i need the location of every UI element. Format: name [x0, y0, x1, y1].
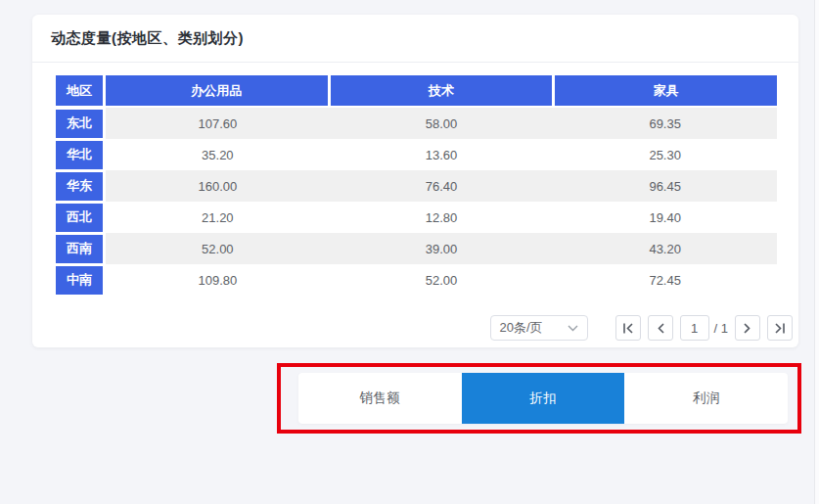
table-row: 华东 160.00 76.40 96.45 [56, 170, 777, 202]
table-cell: 21.20 [106, 202, 330, 233]
region-label: 华东 [56, 172, 103, 201]
first-page-button[interactable] [615, 315, 641, 341]
measure-table-card: 动态度量(按地区、类别划分) 地区 办公用品 技术 家具 东北 107.60 5… [32, 15, 798, 347]
table-row: 西南 52.00 39.00 43.20 [56, 233, 777, 264]
last-page-icon [774, 323, 786, 334]
region-label: 西北 [56, 204, 103, 232]
last-page-button[interactable] [767, 315, 793, 341]
first-page-icon [622, 323, 634, 334]
region-label: 中南 [56, 266, 103, 295]
tab-profit[interactable]: 利润 [624, 373, 788, 424]
table-cell: 12.80 [330, 202, 554, 233]
table-cell: 58.00 [330, 108, 554, 139]
tab-sales[interactable]: 销售额 [298, 373, 462, 424]
page-title: 动态度量(按地区、类别划分) [51, 29, 244, 48]
table-cell: 76.40 [330, 170, 554, 202]
region-label: 西南 [56, 235, 103, 263]
region-label: 东北 [56, 110, 103, 138]
table-cell: 43.20 [553, 233, 777, 264]
pagination: 20条/页 / 1 [490, 315, 793, 341]
chevron-down-icon [568, 325, 578, 332]
table-cell: 109.80 [106, 264, 330, 296]
chevron-left-icon [657, 323, 664, 334]
column-header-furniture: 家具 [555, 75, 777, 106]
table-cell: 96.45 [553, 170, 777, 202]
table-cell: 160.00 [106, 170, 330, 202]
table-cell: 25.30 [553, 139, 777, 170]
measure-table: 地区 办公用品 技术 家具 东北 107.60 58.00 69.35 华北 3… [56, 75, 777, 296]
table-cell: 39.00 [330, 233, 554, 264]
table-row: 中南 109.80 52.00 72.45 [56, 264, 777, 296]
column-header-office-supplies: 办公用品 [106, 75, 328, 106]
scrollbar-track[interactable] [814, 0, 819, 504]
next-page-button[interactable] [735, 315, 760, 341]
table-cell: 19.40 [553, 202, 777, 233]
table-cell: 52.00 [106, 233, 330, 264]
table-header-row: 地区 办公用品 技术 家具 [56, 75, 777, 106]
page-number-input[interactable] [680, 315, 709, 341]
table-row: 华北 35.20 13.60 25.30 [56, 139, 777, 170]
table-cell: 69.35 [553, 108, 777, 139]
prev-page-button[interactable] [648, 315, 673, 341]
table-cell: 13.60 [330, 139, 554, 170]
table-row: 东北 107.60 58.00 69.35 [56, 108, 777, 139]
region-label: 华北 [56, 141, 103, 169]
table-cell: 52.00 [330, 264, 554, 296]
column-header-technology: 技术 [331, 75, 553, 106]
chevron-right-icon [744, 323, 751, 334]
page-total-label: / 1 [714, 321, 728, 336]
table-cell: 72.45 [553, 264, 777, 296]
tab-discount[interactable]: 折扣 [462, 373, 625, 424]
table-cell: 35.20 [106, 139, 330, 170]
page-size-select[interactable]: 20条/页 [490, 315, 588, 341]
table-cell: 107.60 [106, 108, 330, 139]
page-size-value: 20条/页 [500, 319, 543, 337]
card-header: 动态度量(按地区、类别划分) [32, 15, 798, 63]
table-row: 西北 21.20 12.80 19.40 [56, 202, 777, 233]
measure-tab-bar: 销售额 折扣 利润 [298, 373, 788, 424]
region-column-header: 地区 [56, 75, 103, 106]
